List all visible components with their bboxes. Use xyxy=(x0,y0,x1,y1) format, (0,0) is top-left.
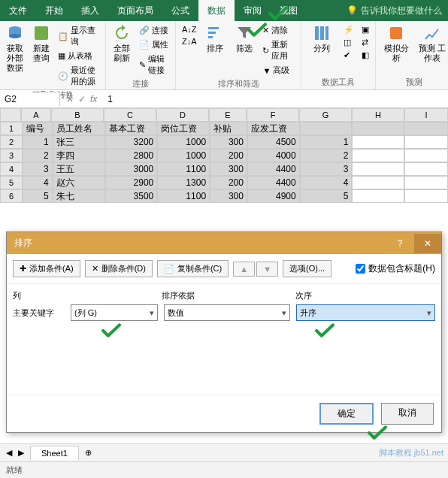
cell[interactable] xyxy=(404,189,448,203)
name-box[interactable]: G2 xyxy=(0,92,60,106)
cell[interactable]: 1 xyxy=(23,135,53,149)
row-header[interactable]: 3 xyxy=(0,149,23,162)
what-if-button[interactable]: 模拟分析 xyxy=(380,24,412,63)
cell[interactable]: 200 xyxy=(210,149,247,162)
tab-layout[interactable]: 页面布局 xyxy=(108,0,162,21)
column-header[interactable]: B xyxy=(51,108,104,122)
relations-button[interactable]: ⇄ xyxy=(360,37,371,48)
column-header[interactable]: F xyxy=(247,108,299,122)
tell-me[interactable]: 💡 告诉我你想要做什么 xyxy=(341,0,448,21)
manage-model-button[interactable]: ◧ xyxy=(360,50,371,61)
cell[interactable] xyxy=(352,189,404,203)
tab-review[interactable]: 审阅 xyxy=(235,0,271,21)
tab-insert[interactable]: 插入 xyxy=(72,0,108,21)
tab-data[interactable]: 数据 xyxy=(198,0,235,21)
column-header[interactable]: E xyxy=(209,108,247,122)
close-button[interactable]: ✕ xyxy=(414,234,441,253)
row-header[interactable]: 6 xyxy=(0,189,23,203)
ok-button[interactable]: 确定 xyxy=(319,403,374,425)
refresh-all-button[interactable]: 全部刷新 xyxy=(110,24,133,63)
cell[interactable] xyxy=(404,176,448,189)
cell[interactable] xyxy=(404,149,448,162)
cancel-icon[interactable]: ✕ xyxy=(66,94,74,104)
cell[interactable]: 4400 xyxy=(247,162,300,176)
cell[interactable] xyxy=(404,122,448,135)
fx-icon[interactable]: fx xyxy=(90,94,97,104)
cell[interactable]: 3200 xyxy=(105,135,158,149)
move-down-button[interactable]: ▼ xyxy=(256,262,278,277)
tab-home[interactable]: 开始 xyxy=(36,0,72,21)
cell[interactable]: 4000 xyxy=(247,149,300,162)
cell[interactable]: 补贴 xyxy=(210,122,247,135)
help-button[interactable]: ? xyxy=(389,238,411,249)
cell[interactable]: 1 xyxy=(300,135,353,149)
add-condition-button[interactable]: ✚添加条件(A) xyxy=(13,260,80,277)
cell[interactable]: 2900 xyxy=(105,176,158,189)
cell[interactable]: 3500 xyxy=(105,189,158,203)
cell[interactable]: 员工姓名 xyxy=(53,122,105,135)
has-headers-checkbox[interactable]: 数据包含标题(H) xyxy=(356,262,435,275)
flash-fill-button[interactable]: ⚡ xyxy=(342,24,356,35)
cell[interactable]: 王五 xyxy=(53,162,105,176)
advanced-button[interactable]: ▼高级 xyxy=(261,64,296,77)
order-combo[interactable]: 升序▾ xyxy=(296,304,435,321)
consolidate-button[interactable]: ▣ xyxy=(360,24,371,35)
cell[interactable] xyxy=(404,135,448,149)
enter-icon[interactable]: ✓ xyxy=(78,94,86,104)
cell[interactable]: 4500 xyxy=(247,135,300,149)
row-header[interactable]: 2 xyxy=(0,135,23,149)
worksheet-grid[interactable]: ABCDEFGHI 1编号员工姓名基本工资岗位工资补贴应发工资21张三32001… xyxy=(0,108,448,203)
cell[interactable] xyxy=(404,162,448,176)
cell[interactable]: 3000 xyxy=(105,162,158,176)
next-sheet-button[interactable]: ▶ xyxy=(18,448,24,458)
cell[interactable]: 1000 xyxy=(157,149,210,162)
cell[interactable]: 4 xyxy=(23,176,53,189)
cell[interactable] xyxy=(352,176,404,189)
cell[interactable] xyxy=(352,149,404,162)
cell[interactable]: 应发工资 xyxy=(247,122,300,135)
show-queries-button[interactable]: 📋显示查询 xyxy=(56,24,101,48)
copy-condition-button[interactable]: 📄复制条件(C) xyxy=(157,260,229,277)
formula-input[interactable]: 1 xyxy=(103,92,448,106)
connections-button[interactable]: 🔗连接 xyxy=(138,24,171,37)
cell[interactable]: 1100 xyxy=(157,189,210,203)
cell[interactable]: 200 xyxy=(210,176,247,189)
tab-view[interactable]: 视图 xyxy=(271,0,307,21)
cell[interactable] xyxy=(300,122,353,135)
cell[interactable]: 基本工资 xyxy=(105,122,158,135)
row-header[interactable]: 5 xyxy=(0,176,23,189)
dialog-titlebar[interactable]: 排序 ? ✕ xyxy=(7,232,441,254)
cell[interactable]: 2 xyxy=(23,149,53,162)
column-header[interactable]: G xyxy=(299,108,352,122)
clear-button[interactable]: ✕清除 xyxy=(261,24,296,37)
sheet-tab[interactable]: Sheet1 xyxy=(30,446,79,460)
cell[interactable]: 1000 xyxy=(157,135,210,149)
delete-condition-button[interactable]: ✕删除条件(D) xyxy=(85,260,153,277)
cell[interactable]: 岗位工资 xyxy=(157,122,210,135)
column-header[interactable]: D xyxy=(156,108,209,122)
options-button[interactable]: 选项(O)... xyxy=(283,260,331,277)
checkbox-input[interactable] xyxy=(356,264,365,274)
cell[interactable]: 赵六 xyxy=(53,176,105,189)
sort-button[interactable]: 排序 xyxy=(203,24,228,53)
cell[interactable]: 300 xyxy=(210,135,247,149)
column-header[interactable]: C xyxy=(104,108,156,122)
properties-button[interactable]: 📄属性 xyxy=(138,38,171,51)
sort-za-button[interactable]: Z↓A xyxy=(180,36,198,47)
row-header[interactable]: 4 xyxy=(0,162,23,176)
forecast-button[interactable]: 预测 工作表 xyxy=(416,24,448,63)
move-up-button[interactable]: ▲ xyxy=(233,262,255,277)
sort-on-combo[interactable]: 数值▾ xyxy=(164,304,290,321)
column-header[interactable]: H xyxy=(352,108,404,122)
tab-formulas[interactable]: 公式 xyxy=(162,0,198,21)
edit-links-button[interactable]: ✎编辑链接 xyxy=(138,53,171,77)
cell[interactable]: 2 xyxy=(300,149,353,162)
external-data-button[interactable]: 获取 外部数据 xyxy=(5,24,26,74)
cell[interactable]: 300 xyxy=(210,162,247,176)
from-table-button[interactable]: ▦从表格 xyxy=(56,50,101,62)
cell[interactable] xyxy=(352,122,404,135)
cell[interactable]: 5 xyxy=(300,189,353,203)
prev-sheet-button[interactable]: ◀ xyxy=(6,448,12,458)
reapply-button[interactable]: ↻重新应用 xyxy=(261,38,296,62)
cell[interactable] xyxy=(352,135,404,149)
